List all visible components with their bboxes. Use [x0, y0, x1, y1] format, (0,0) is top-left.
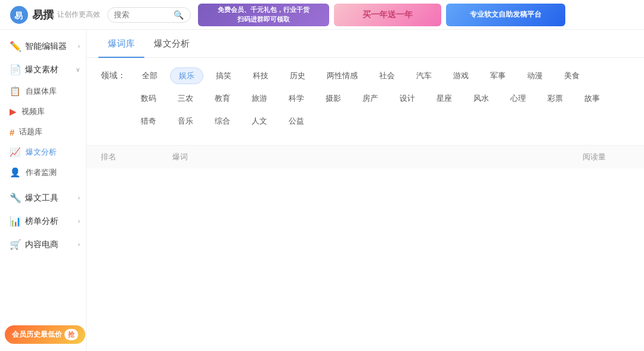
viral-material-icon: 📄: [10, 64, 20, 75]
cat-tag-military[interactable]: 军事: [481, 67, 515, 84]
cat-tag-anime[interactable]: 动漫: [518, 67, 552, 84]
logo-text: 易撰: [32, 8, 54, 22]
category-row-1: 领域： 全部 娱乐 搞笑 科技 历史 两性情感 社会 汽车 游戏 军事 动漫 美…: [101, 67, 630, 84]
cat-tag-realestate[interactable]: 房产: [354, 90, 387, 107]
sidebar-item-rank-analysis[interactable]: 📊 榜单分析 ›: [0, 210, 86, 233]
sidebar-item-smart-editor[interactable]: ✏️ 智能编辑器 ›: [0, 35, 86, 58]
cat-tag-all[interactable]: 全部: [133, 67, 166, 84]
cat-tags-row2: 数码 三农 教育 旅游 科学 摄影 房产 设计 星座 风水 心理 彩票 故事: [132, 90, 609, 107]
arrow-down-icon: ∨: [76, 66, 80, 73]
smart-editor-icon: ✏️: [10, 41, 20, 52]
category-row-2: 数码 三农 教育 旅游 科学 摄影 房产 设计 星座 风水 心理 彩票 故事: [101, 90, 630, 107]
member-badge[interactable]: 会员历史最低价 抢: [5, 325, 85, 344]
logo-slogan: 让创作更高效: [57, 10, 100, 20]
cat-tag-strange[interactable]: 猎奇: [132, 113, 165, 130]
cat-tag-photography[interactable]: 摄影: [317, 90, 350, 107]
cat-tag-science[interactable]: 科学: [280, 90, 313, 107]
cat-tag-welfare[interactable]: 公益: [280, 113, 313, 130]
sidebar-item-viral-material[interactable]: 📄 爆文素材 ∨: [0, 58, 86, 81]
viral-analysis-icon: 📈: [10, 147, 21, 158]
cat-tags-row1: 全部 娱乐 搞笑 科技 历史 两性情感 社会 汽车 游戏 军事 动漫 美食: [133, 67, 589, 84]
viral-tools-icon: 🔧: [10, 192, 20, 204]
rank-analysis-icon: 📊: [10, 215, 20, 227]
main-content: 爆词库 爆文分析 领域： 全部 娱乐 搞笑 科技 历史 两: [86, 30, 644, 351]
layout: ✏️ 智能编辑器 › 📄 爆文素材 ∨ 📋 自媒体库 ▶ 视频库 # 话题库 📈…: [0, 30, 644, 351]
logo-icon: 易: [10, 5, 29, 24]
tabs: 爆词库 爆文分析: [86, 30, 644, 58]
cat-tag-education[interactable]: 教育: [206, 90, 239, 107]
cat-tag-digital[interactable]: 数码: [132, 90, 165, 107]
table-header: 排名 爆词 阅读量: [86, 145, 644, 168]
sidebar: ✏️ 智能编辑器 › 📄 爆文素材 ∨ 📋 自媒体库 ▶ 视频库 # 话题库 📈…: [0, 30, 86, 351]
cat-tag-games[interactable]: 游戏: [444, 67, 478, 84]
cat-tag-relationship[interactable]: 两性情感: [318, 67, 367, 84]
header: 易 易撰 让创作更高效 🔍 免费会员、千元礼包，行业干货 扫码进群即可领取 买一…: [0, 0, 644, 30]
cat-tag-funny[interactable]: 搞笑: [207, 67, 240, 84]
banner-item-1[interactable]: 免费会员、千元礼包，行业干货 扫码进群即可领取: [198, 4, 329, 26]
rank-arrow-icon: ›: [78, 218, 80, 224]
arrow-icon: ›: [78, 43, 80, 50]
sidebar-item-viral-analysis[interactable]: 📈 爆文分析: [0, 142, 86, 162]
author-monitor-icon: 👤: [10, 167, 21, 178]
col-word: 爆词: [172, 152, 510, 162]
cat-tag-entertainment[interactable]: 娱乐: [170, 67, 203, 84]
cat-tag-design[interactable]: 设计: [391, 90, 424, 107]
sidebar-item-self-media[interactable]: 📋 自媒体库: [0, 81, 86, 101]
search-input[interactable]: [114, 10, 174, 19]
cat-tag-auto[interactable]: 汽车: [407, 67, 441, 84]
cat-tag-agriculture[interactable]: 三农: [169, 90, 202, 107]
ecom-arrow-icon: ›: [78, 241, 80, 248]
content-ecom-icon: 🛒: [10, 239, 20, 250]
sidebar-item-content-ecom[interactable]: 🛒 内容电商 ›: [0, 233, 86, 256]
cat-tag-horoscope[interactable]: 星座: [428, 90, 461, 107]
sidebar-item-author-monitor[interactable]: 👤 作者监测: [0, 162, 86, 183]
category-row-3: 猎奇 音乐 综合 人文 公益: [101, 113, 630, 130]
logo-area: 易 易撰 让创作更高效: [10, 5, 100, 24]
tab-viral-word-lib[interactable]: 爆词库: [98, 30, 144, 58]
cat-tags-row3: 猎奇 音乐 综合 人文 公益: [132, 113, 313, 130]
sidebar-item-topic-lib[interactable]: # 话题库: [0, 122, 86, 142]
table-content: [86, 168, 644, 347]
category-label: 领域：: [101, 70, 126, 81]
search-icon: 🔍: [174, 10, 184, 20]
grab-button[interactable]: 抢: [64, 329, 78, 340]
banner-item-2[interactable]: 买一年送一年: [334, 4, 441, 26]
cat-tag-travel[interactable]: 旅游: [243, 90, 276, 107]
tools-arrow-icon: ›: [78, 195, 80, 201]
cat-tag-tech[interactable]: 科技: [244, 67, 277, 84]
cat-tag-fengshui[interactable]: 风水: [465, 90, 498, 107]
col-rank: 排名: [101, 152, 172, 162]
cat-tag-general[interactable]: 综合: [206, 113, 239, 130]
self-media-icon: 📋: [10, 86, 21, 97]
cat-tag-food[interactable]: 美食: [555, 67, 589, 84]
svg-text:易: 易: [14, 11, 23, 20]
cat-tag-lottery[interactable]: 彩票: [538, 90, 572, 107]
cat-tag-history[interactable]: 历史: [281, 67, 314, 84]
sidebar-item-video-lib[interactable]: ▶ 视频库: [0, 101, 86, 122]
search-box[interactable]: 🔍: [107, 7, 191, 23]
category-area: 领域： 全部 娱乐 搞笑 科技 历史 两性情感 社会 汽车 游戏 军事 动漫 美…: [86, 58, 644, 145]
cat-tag-humanities[interactable]: 人文: [243, 113, 276, 130]
cat-tag-society[interactable]: 社会: [370, 67, 404, 84]
cat-tag-music[interactable]: 音乐: [169, 113, 202, 130]
tab-viral-analysis[interactable]: 爆文分析: [144, 30, 199, 58]
topic-lib-icon: #: [10, 127, 14, 137]
cat-tag-psychology[interactable]: 心理: [501, 90, 535, 107]
sidebar-item-viral-tools[interactable]: 🔧 爆文工具 ›: [0, 186, 86, 210]
main-inner: 爆词库 爆文分析 领域： 全部 娱乐 搞笑 科技 历史 两: [86, 30, 644, 351]
video-lib-icon: ▶: [10, 106, 17, 117]
cat-tag-stories[interactable]: 故事: [575, 90, 609, 107]
col-read: 阅读量: [510, 152, 630, 162]
banner-area: 免费会员、千元礼包，行业干货 扫码进群即可领取 买一年送一年 专业软文自助发稿平…: [198, 4, 634, 26]
banner-item-3[interactable]: 专业软文自助发稿平台: [446, 4, 565, 26]
